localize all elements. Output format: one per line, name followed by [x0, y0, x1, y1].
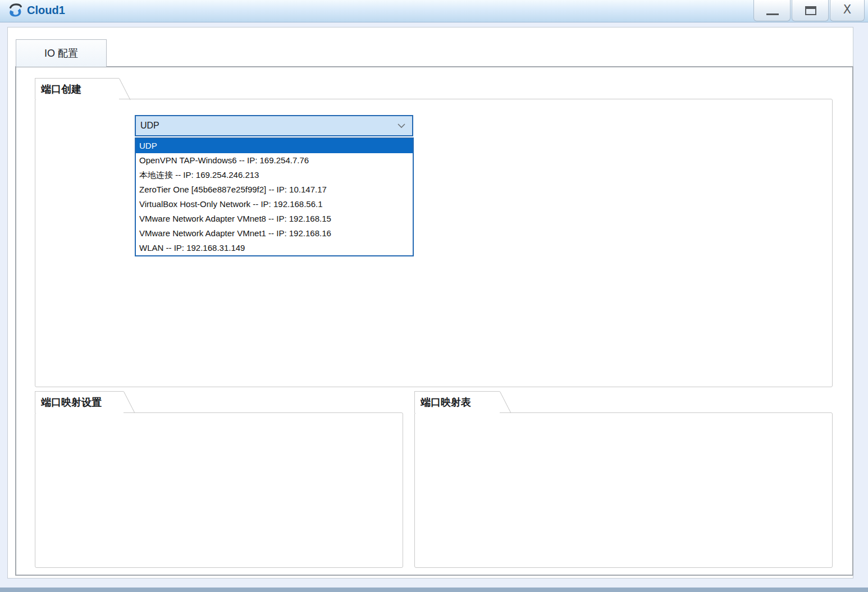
dropdown-item[interactable]: 本地连接 -- IP: 169.254.246.213	[136, 168, 413, 182]
dropdown-item[interactable]: VMware Network Adapter VMnet8 -- IP: 192…	[136, 212, 413, 226]
port-mapping-settings-title: 端口映射设置	[35, 391, 124, 413]
minimize-icon	[766, 13, 779, 15]
maximize-icon	[805, 6, 816, 15]
binding-info-combobox[interactable]: UDP	[135, 115, 413, 136]
port-create-group-title: 端口创建	[35, 78, 119, 99]
close-button[interactable]: X	[830, 0, 865, 21]
maximize-button[interactable]	[792, 0, 829, 21]
close-icon: X	[830, 3, 864, 16]
dropdown-item[interactable]: OpenVPN TAP-Windows6 -- IP: 169.254.7.76	[136, 153, 413, 168]
app-cloud-icon	[7, 3, 24, 20]
window-bottom-edge	[0, 588, 868, 592]
title-bar: Cloud1 X	[0, 0, 868, 22]
window-title: Cloud1	[27, 4, 65, 17]
port-mapping-table-group	[414, 412, 833, 568]
port-mapping-table-title: 端口映射表	[414, 391, 500, 413]
dropdown-item[interactable]: ZeroTier One [45b6e887e25f99f2] -- IP: 1…	[136, 182, 413, 197]
dropdown-item[interactable]: VMware Network Adapter VMnet1 -- IP: 192…	[136, 226, 413, 241]
dropdown-item[interactable]: VirtualBox Host-Only Network -- IP: 192.…	[136, 197, 413, 212]
tab-io-config[interactable]: IO 配置	[16, 39, 107, 67]
chevron-down-icon	[398, 123, 405, 129]
binding-info-value: UDP	[140, 121, 159, 131]
binding-info-dropdown-list: UDP OpenVPN TAP-Windows6 -- IP: 169.254.…	[135, 137, 414, 256]
dropdown-item[interactable]: WLAN -- IP: 192.168.31.149	[136, 241, 413, 255]
dropdown-item[interactable]: UDP	[136, 139, 413, 153]
minimize-button[interactable]	[753, 0, 791, 21]
port-mapping-settings-group	[35, 412, 403, 568]
